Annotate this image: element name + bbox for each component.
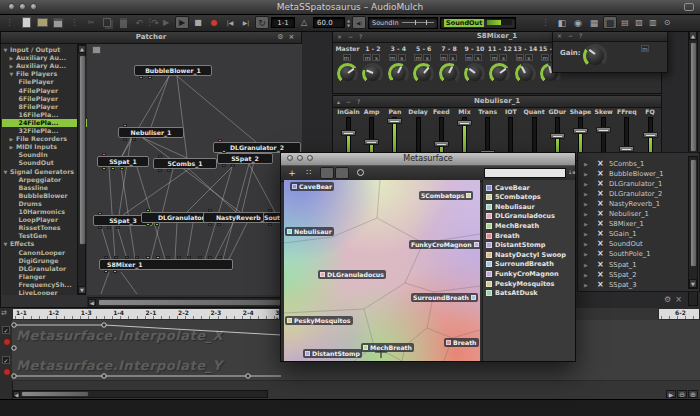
tree-item-soundin[interactable]: SoundIn bbox=[2, 151, 88, 159]
patch-node-5combs_1[interactable]: 5Combs_1 bbox=[153, 158, 217, 169]
surface-label-dlgranuladocus[interactable]: DLGranuladocus bbox=[318, 270, 386, 279]
tree-item-frequencysh---[interactable]: FrequencySh... bbox=[2, 281, 88, 289]
contraptions-scroll-thumb[interactable] bbox=[690, 159, 697, 267]
channel-knob-9-10[interactable] bbox=[464, 63, 485, 84]
info-icon[interactable]: ⊙ bbox=[661, 16, 673, 29]
output-pin[interactable] bbox=[120, 167, 124, 170]
channel-knob-13-14[interactable] bbox=[515, 63, 536, 84]
history-clock-icon[interactable] bbox=[353, 167, 367, 179]
contraptions-scrollbar[interactable]: ▼ bbox=[688, 156, 698, 289]
patch-node-bubbleblower_1[interactable]: BubbleBlower_1 bbox=[134, 65, 212, 76]
play-range-icon[interactable]: ▶ bbox=[666, 390, 676, 398]
patch-node-sspat_2[interactable]: SSpat_2 bbox=[217, 153, 273, 164]
output-pin[interactable] bbox=[98, 226, 102, 229]
delete-x-icon[interactable]: × bbox=[597, 270, 604, 280]
mixer-window-controls[interactable]: × − ? bbox=[337, 31, 364, 42]
nebuliser-window-controls[interactable]: ▴ − ? bbox=[337, 96, 362, 107]
input-pin[interactable] bbox=[166, 256, 170, 259]
copy-icon[interactable] bbox=[100, 16, 114, 29]
slider-thumb-shape[interactable] bbox=[573, 128, 588, 134]
minimize-traffic-light[interactable] bbox=[297, 155, 303, 161]
contraption-item-sspat_3[interactable]: SSpat_3 bbox=[609, 280, 637, 290]
tree-item-file-players[interactable]: File Players▼ bbox=[2, 70, 88, 78]
delete-x-icon[interactable]: × bbox=[597, 249, 604, 259]
input-pin[interactable] bbox=[158, 155, 162, 158]
soundout-meter[interactable]: SoundOut bbox=[440, 17, 516, 29]
input-pin[interactable] bbox=[208, 209, 212, 212]
tree-item-signal-generators[interactable]: Signal Generators▼ bbox=[2, 168, 85, 176]
snapshot-row-peskymosquitos[interactable]: PeskyMosquitos bbox=[486, 279, 554, 288]
channel-knob-7-8[interactable] bbox=[439, 63, 460, 84]
delete-x-icon[interactable]: × bbox=[597, 209, 604, 219]
forward-button[interactable]: ▶| bbox=[239, 16, 253, 29]
tree-scrollbar[interactable]: ▲ ▼ bbox=[77, 44, 86, 295]
scroll-up-icon[interactable]: ▲ bbox=[689, 31, 697, 40]
add-snapshot-button[interactable]: + bbox=[285, 167, 299, 179]
expand-arrow-icon[interactable]: ▶ bbox=[584, 229, 588, 239]
snapshot-row-breath[interactable]: Breath bbox=[486, 231, 520, 240]
rewind-button[interactable]: |◀ bbox=[223, 16, 237, 29]
tree-item-auxiliary-au---[interactable]: Auxiliary Au...▶ bbox=[2, 54, 88, 62]
delete-x-icon[interactable]: × bbox=[597, 239, 604, 249]
tree-item-flanger[interactable]: Flanger bbox=[2, 273, 88, 281]
contraption-item-southpole_1[interactable]: SouthPole_1 bbox=[609, 249, 651, 259]
expand-arrow-icon[interactable]: ▶ bbox=[10, 143, 14, 151]
surface-label-cavebear[interactable]: CaveBear bbox=[290, 182, 334, 191]
output-pin[interactable] bbox=[102, 167, 106, 170]
patch-node-nebuliser_1[interactable]: Nebuliser_1 bbox=[118, 127, 184, 138]
slider-thumb-ingain[interactable] bbox=[341, 130, 356, 136]
play-button[interactable]: ▶ bbox=[175, 16, 189, 29]
input-pin[interactable] bbox=[218, 139, 222, 142]
contraption-item-5combs_1[interactable]: 5Combs_1 bbox=[609, 159, 644, 169]
automation-hscrollbar[interactable]: ◀ bbox=[12, 390, 268, 398]
slider-thumb-amp[interactable] bbox=[364, 139, 379, 145]
expand-arrow-icon[interactable]: ▶ bbox=[584, 280, 588, 290]
expand-arrow-icon[interactable]: ▶ bbox=[584, 159, 588, 169]
slider-thumb-mix[interactable] bbox=[457, 120, 472, 126]
delete-x-icon[interactable]: × bbox=[597, 189, 604, 199]
metasurface-view-icon[interactable]: ▩ bbox=[603, 16, 617, 29]
snapshot-row-funkycromagnon[interactable]: FunkyCroMagnon bbox=[486, 269, 559, 278]
surface-label-surroundbreath[interactable]: SurroundBreath bbox=[411, 293, 478, 302]
output-pin[interactable] bbox=[132, 138, 136, 141]
automation-panel-icon[interactable]: ▧ bbox=[633, 16, 645, 29]
automation-hscroll-thumb[interactable] bbox=[21, 391, 89, 397]
tree-item-bassline[interactable]: Bassline bbox=[2, 184, 88, 192]
tree-item-bubbleblower[interactable]: BubbleBlower bbox=[2, 192, 88, 200]
mute-button[interactable]: m bbox=[490, 54, 498, 61]
expand-arrow-icon[interactable]: ▶ bbox=[10, 62, 14, 70]
open-file-button[interactable] bbox=[35, 16, 49, 29]
tempo-stepper[interactable]: ▲▼ bbox=[347, 18, 350, 28]
output-pin[interactable] bbox=[107, 226, 111, 229]
snapshot-row-nastydactyl-swoop[interactable]: NastyDactyl Swoop bbox=[486, 250, 566, 259]
mute-button[interactable]: m bbox=[389, 54, 397, 61]
tree-item-auxiliary-au---[interactable]: Auxiliary Au...▶ bbox=[2, 62, 88, 70]
surface-label-mechbreath[interactable]: MechBreath bbox=[361, 343, 414, 352]
input-pin[interactable] bbox=[146, 209, 150, 212]
expand-arrow-icon[interactable]: ▶ bbox=[584, 219, 588, 229]
output-pin[interactable] bbox=[268, 223, 272, 226]
zoom-traffic-light[interactable] bbox=[307, 155, 313, 161]
expand-arrow-icon[interactable]: ▶ bbox=[584, 179, 588, 189]
delete-x-icon[interactable]: × bbox=[597, 179, 604, 189]
delete-x-icon[interactable]: × bbox=[597, 169, 604, 179]
tree-item-midi-inputs[interactable]: MIDI Inputs▶ bbox=[2, 143, 88, 151]
zoom-in-icon[interactable]: ⊕ bbox=[688, 390, 698, 398]
gain-knob[interactable] bbox=[583, 44, 607, 68]
output-pin[interactable] bbox=[148, 76, 152, 79]
close-traffic-light[interactable] bbox=[8, 3, 15, 10]
patcher-hscroll-thumb[interactable] bbox=[98, 299, 290, 306]
detail-view-icon[interactable] bbox=[335, 167, 349, 179]
input-pin[interactable] bbox=[222, 150, 226, 153]
contraption-item-sspat_2[interactable]: SSpat_2 bbox=[609, 270, 637, 280]
patcher-view-icon[interactable]: ◧ bbox=[555, 16, 569, 29]
input-pin[interactable] bbox=[146, 256, 150, 259]
tree-item-testgen[interactable]: TestGen bbox=[2, 232, 88, 240]
snapshot-row-mechbreath[interactable]: MechBreath bbox=[486, 221, 539, 230]
input-pin[interactable] bbox=[218, 256, 222, 259]
snapshot-row-5combatops[interactable]: 5Combatops bbox=[486, 193, 541, 202]
contraption-item-dlgranulator_1[interactable]: DLGranulator_1 bbox=[609, 179, 662, 189]
solo-button[interactable]: s bbox=[525, 54, 533, 61]
input-pin[interactable] bbox=[98, 212, 102, 215]
surface-label-nebulisaur[interactable]: Nebulisaur bbox=[285, 227, 334, 236]
